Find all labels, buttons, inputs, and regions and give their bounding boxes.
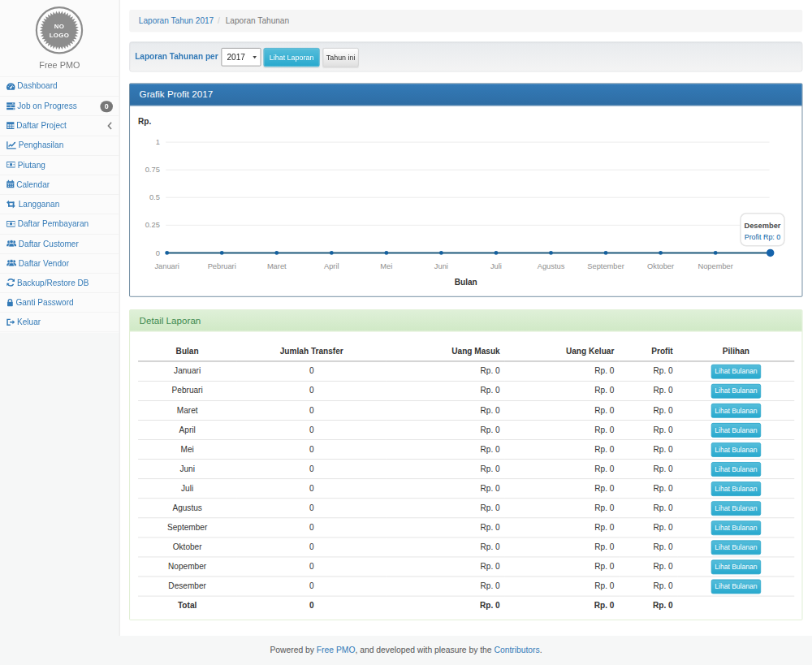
svg-text:0.75: 0.75 [145,166,160,174]
svg-text:April: April [324,262,339,270]
svg-text:Juli: Juli [490,262,502,270]
svg-text:0.5: 0.5 [149,193,160,201]
svg-text:Januari: Januari [154,262,179,270]
svg-text:Maret: Maret [267,262,287,270]
svg-text:1: 1 [156,138,160,146]
svg-text:Agustus: Agustus [538,262,565,270]
svg-text:Bulan: Bulan [455,278,477,287]
svg-text:0.25: 0.25 [145,221,160,229]
svg-text:Nopember: Nopember [698,262,732,270]
svg-text:Juni: Juni [434,262,448,270]
svg-text:Pebruari: Pebruari [208,262,236,270]
svg-text:Desember: Desember [744,222,780,230]
svg-text:Rp.: Rp. [138,117,151,126]
svg-text:0: 0 [156,249,160,257]
svg-text:Profit Rp: 0: Profit Rp: 0 [745,233,781,241]
svg-text:LOGO: LOGO [50,32,70,39]
svg-text:NO: NO [54,23,64,30]
svg-text:Mei: Mei [380,262,392,270]
svg-text:September: September [587,262,624,270]
svg-text:Oktober: Oktober [647,262,674,270]
